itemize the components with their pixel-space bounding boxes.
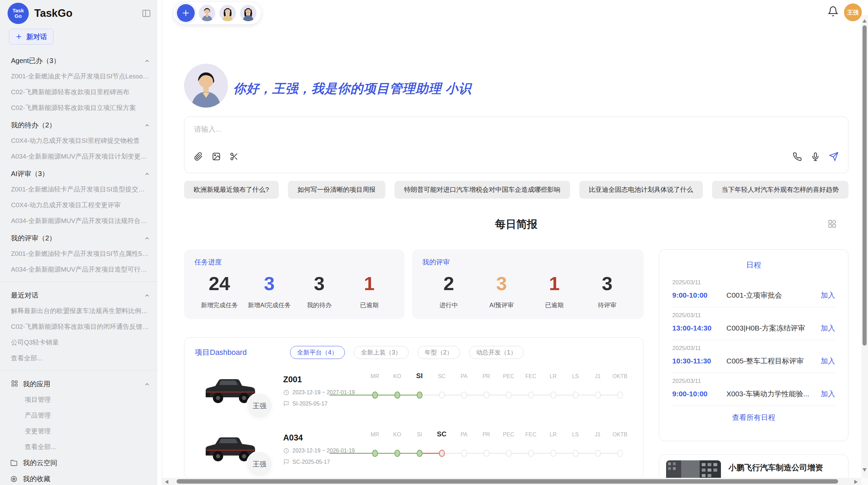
daily-briefing-title: 每日简报 [495, 218, 538, 230]
milestone-overdue-line [420, 453, 442, 454]
section-title: 最近对话 [11, 291, 38, 300]
stat-label: 我的待办 [294, 301, 345, 309]
favorites-label: 我的收藏 [23, 474, 50, 484]
milestone-label: SC [438, 373, 445, 380]
sidebar-task-item[interactable]: Z001-全新燃油轻卡产品开发项目SI节点属性5D文件评审 [0, 246, 162, 262]
chevron-up-icon [144, 381, 150, 387]
suggestion-chip[interactable]: 当下年轻人对汽车外观有怎样的喜好趋势 [712, 181, 848, 199]
sidebar-task-item[interactable]: Z001-全新燃油轻卡产品开发项目SI造型提交物评审 [0, 182, 162, 197]
event-join-link[interactable]: 加入 [821, 323, 835, 333]
chat-input[interactable] [194, 124, 839, 150]
sidebar-chat-item[interactable]: C02-飞腾新能源轻客改款项目的闭环通告反馈情况 [0, 319, 162, 335]
briefing-columns: 任务进度24新增完成任务3新增AI完成任务3我的待办1已逾期我的评审2进行中3A… [184, 249, 848, 485]
suggestion-chip[interactable]: 特朗普可能对进口汽车增税会对中国车企造成哪些影响 [395, 181, 570, 199]
sidebar-item-cloud-space[interactable]: 我的云空间 [0, 455, 162, 471]
user-avatar[interactable]: 王强 [844, 3, 862, 21]
event-date: 2025/03/11 [672, 378, 835, 385]
stat-value: 2 [422, 272, 475, 296]
sidebar-task-item[interactable]: A034-全新新能源MUV产品开发项目造型可行性评审 [0, 262, 162, 277]
milestone-dot [483, 450, 489, 457]
event-row: 10:30-11:30C005-整车工程目标评审加入 [672, 356, 835, 366]
dashboard-filter-tab[interactable]: 全新上装（3） [354, 346, 409, 359]
attach-file-icon[interactable] [194, 152, 203, 161]
milestone-dot [617, 450, 623, 457]
voice-call-icon[interactable] [793, 152, 802, 161]
sidebar-scroll: Agent已办（3）Z001-全新燃油皮卡产品开发项目SI节点Lesson Le… [0, 50, 162, 485]
sidebar-section-header[interactable]: 我的评审（2） [0, 229, 162, 246]
vertical-scrollbar[interactable] [861, 15, 868, 478]
sidebar-task-item[interactable]: C02-飞腾新能源轻客改款项目立项汇报方案 [0, 100, 162, 116]
stat-value: 3 [244, 272, 294, 296]
member-avatar[interactable] [219, 5, 236, 21]
microphone-icon[interactable] [811, 152, 820, 161]
insert-image-icon[interactable] [212, 152, 221, 161]
milestone-label: SI [417, 432, 422, 438]
milestone-label: FEC [526, 432, 537, 438]
sidebar-section-header[interactable]: 我的待办（2） [0, 116, 162, 133]
horizontal-scrollbar[interactable] [162, 478, 861, 485]
sidebar-section-my-apps[interactable]: 我的应用 [0, 375, 162, 392]
dashboard-filter-tab[interactable]: 年型（2） [418, 346, 460, 359]
member-avatar[interactable] [240, 5, 256, 21]
sidebar-section-header[interactable]: Agent已办（3） [0, 51, 162, 69]
send-icon[interactable] [829, 152, 839, 161]
stat-grid: 2进行中3AI预评审1已逾期3待评审 [422, 272, 634, 309]
stat-label: AI预评审 [475, 301, 528, 309]
suggestion-chip[interactable]: 如何写一份清晰的项目周报 [288, 181, 385, 199]
new-chat-button[interactable]: 新对话 [9, 29, 53, 45]
sidebar-collapse-icon[interactable] [141, 9, 152, 18]
sidebar-app-item[interactable]: 产品管理 [0, 408, 162, 423]
member-avatar[interactable] [199, 5, 215, 21]
stat-label: 待评审 [581, 301, 634, 309]
stats-row: 任务进度24新增完成任务3新增AI完成任务3我的待办1已逾期我的评审2进行中3A… [184, 249, 644, 319]
left-column: 任务进度24新增完成任务3新增AI完成任务3我的待办1已逾期我的评审2进行中3A… [184, 249, 644, 485]
event-join-link[interactable]: 加入 [821, 290, 835, 300]
scroll-right-arrow[interactable] [854, 479, 858, 485]
sidebar-task-item[interactable]: A034-全新新能源MUV产品开发项目法规符合性评审 [0, 213, 162, 229]
section-title: AI评审（3） [11, 169, 49, 178]
vertical-scroll-thumb[interactable] [863, 25, 867, 346]
sidebar-divider [0, 370, 162, 371]
sidebar-task-item[interactable]: C02-飞腾新能源轻客改款项目里程碑画布 [0, 84, 162, 100]
sidebar-chat-item[interactable]: 公司Q3轻卡销量 [0, 335, 162, 350]
sidebar-task-item[interactable]: C0X4-动力总成开发项目工程变更评审 [0, 197, 162, 213]
sidebar-view-all-link[interactable]: 查看全部... [0, 350, 162, 366]
dashboard-filter-tab[interactable]: 动总开发（1） [469, 346, 524, 359]
milestone-label: OKTB [613, 373, 628, 380]
project-dashboard-card: 项目Dashboard 全新平台（4）全新上装（3）年型（2）动总开发（1） 王… [184, 337, 644, 478]
add-member-button[interactable] [177, 4, 195, 22]
sidebar-app-item[interactable]: 变更管理 [0, 423, 162, 439]
screenshot-scissors-icon[interactable] [230, 152, 239, 161]
sidebar-scrollbar-track[interactable] [157, 0, 162, 485]
view-all-schedule-link[interactable]: 查看所有日程 [672, 413, 836, 422]
suggestion-chip[interactable]: 欧洲新规最近颁布了什么? [184, 181, 279, 199]
milestone-dot [394, 450, 400, 457]
app-title: TaskGo [34, 7, 136, 20]
milestone-label: PR [482, 432, 490, 438]
project-row: 王强A0342023-12-19 ~ 2026-01-19SC-2025-05-… [195, 427, 633, 478]
sidebar-chat-item[interactable]: 解释最新出台的欧盟报废车法规再生塑料比例被调至15%... [0, 303, 162, 319]
stat-value: 24 [194, 272, 244, 296]
project-code: A034 [283, 433, 360, 443]
scroll-up-arrow[interactable] [863, 18, 867, 24]
scroll-down-arrow[interactable] [863, 467, 867, 473]
sidebar-task-item[interactable]: A034-全新新能源MUV产品开发项目计划变更表编写 [0, 149, 162, 164]
clock-icon [283, 389, 289, 396]
event-join-link[interactable]: 加入 [821, 356, 835, 366]
sidebar-item-favorites[interactable]: 我的收藏 [0, 471, 162, 485]
horizontal-scroll-thumb[interactable] [177, 479, 838, 484]
layout-grid-icon[interactable] [828, 219, 837, 230]
scroll-left-arrow[interactable] [165, 479, 168, 485]
sidebar-section-recent-chats[interactable]: 最近对话 [0, 286, 162, 303]
sidebar-app-item[interactable]: 查看全部... [0, 439, 162, 455]
suggestion-chip[interactable]: 比亚迪全固态电池计划具体说了什么 [579, 181, 703, 199]
dashboard-filter-tab[interactable]: 全新平台（4） [290, 346, 345, 359]
notification-bell-icon[interactable] [828, 6, 839, 18]
milestone-label: KO [393, 373, 401, 380]
sidebar-task-item[interactable]: Z001-全新燃油皮卡产品开发项目SI节点Lesson Learn报告 [0, 69, 162, 84]
milestone-label: KO [393, 432, 401, 438]
sidebar-task-item[interactable]: C0X4-动力总成开发项目SI里程碑提交物检查 [0, 133, 162, 149]
sidebar-app-item[interactable]: 项目管理 [0, 392, 162, 408]
sidebar-section-header[interactable]: AI评审（3） [0, 164, 162, 182]
event-join-link[interactable]: 加入 [821, 389, 835, 399]
